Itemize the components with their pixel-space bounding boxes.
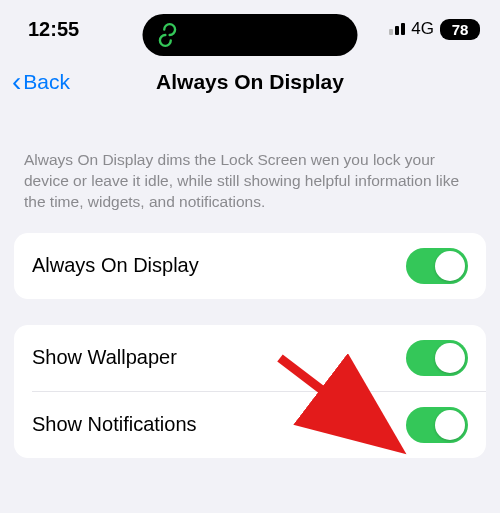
row-show-notifications: Show Notifications [14,392,486,458]
row-label: Show Wallpaper [32,346,177,369]
dynamic-island [143,14,358,56]
toggle-show-wallpaper[interactable] [406,340,468,376]
back-button[interactable]: ‹ Back [12,68,70,96]
status-bar: 12:55 4G 78 [0,0,500,54]
nav-bar: ‹ Back Always On Display [0,54,500,114]
list-group-main: Always On Display [14,233,486,299]
row-always-on-display: Always On Display [14,233,486,299]
page-title: Always On Display [156,70,344,94]
link-icon [155,22,181,48]
status-time: 12:55 [28,18,79,41]
chevron-left-icon: ‹ [12,68,21,96]
row-label: Show Notifications [32,413,197,436]
row-label: Always On Display [32,254,199,277]
section-description: Always On Display dims the Lock Screen w… [0,114,500,225]
toggle-always-on-display[interactable] [406,248,468,284]
network-label: 4G [411,19,434,39]
battery-badge: 78 [440,19,480,40]
list-group-options: Show Wallpaper Show Notifications [14,325,486,458]
back-label: Back [23,70,70,94]
row-show-wallpaper: Show Wallpaper [14,325,486,391]
status-right: 4G 78 [389,19,480,40]
cell-signal-icon [389,23,405,35]
toggle-show-notifications[interactable] [406,407,468,443]
